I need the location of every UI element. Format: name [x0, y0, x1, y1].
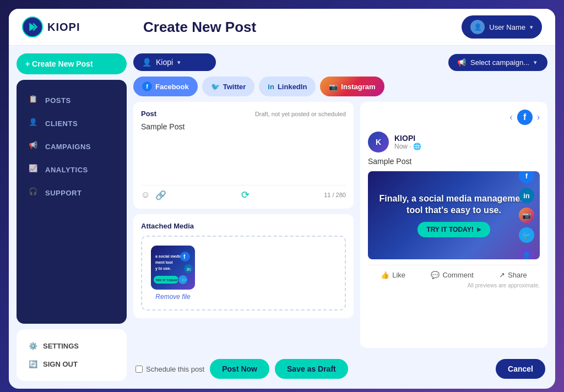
nav-menu: 📋 POSTS 👤 CLIENTS 📢 CAMPAIGNS 📈 ANALYTIC… — [17, 80, 127, 324]
float-instagram-icon: 📷 — [519, 208, 534, 223]
sidebar-item-posts[interactable]: 📋 POSTS — [23, 89, 120, 112]
sidebar-item-signout[interactable]: 🔄 SIGN OUT — [23, 355, 120, 373]
logo-area: KIOPI — [22, 17, 121, 37]
instagram-icon: 📷 — [329, 83, 338, 91]
comment-action[interactable]: 💬 Comment — [431, 271, 473, 279]
preview-time: Now · 🌐 — [394, 143, 421, 150]
twitter-icon: 🐦 — [211, 83, 220, 91]
link-icon[interactable]: 🔗 — [155, 190, 166, 200]
campaign-placeholder: Select campaign... — [470, 58, 529, 67]
tab-instagram[interactable]: 📷 Instagram — [320, 77, 384, 96]
client-dropdown[interactable]: 👤 Kiopi ▾ — [133, 53, 216, 71]
floating-icons: f in 📷 🐦 👤 — [519, 171, 534, 259]
preview-name: KIOPI — [394, 134, 421, 143]
client-icon: 👤 — [142, 58, 151, 67]
remove-file-link[interactable]: Remove file — [155, 293, 190, 301]
avatar: 👤 — [470, 20, 485, 34]
two-col: Post Draft, not yet posted or scheduled … — [133, 102, 547, 348]
app-container: KIOPI Create New Post 👤 User Name ▾ + Cr… — [9, 9, 555, 389]
try-sub: ▶ — [477, 226, 481, 232]
page-title: Create New Post — [121, 19, 462, 36]
try-today-button[interactable]: TRY IT TODAY! ▶ — [417, 222, 490, 237]
svg-text:in: in — [187, 266, 191, 272]
post-panel: Post Draft, not yet posted or scheduled … — [133, 102, 354, 348]
media-thumbnail: a social media ment tool y to use. f in — [151, 246, 195, 290]
share-action[interactable]: ↗ Share — [499, 271, 527, 279]
settings-icon: ⚙️ — [29, 342, 37, 350]
float-linkedin-icon: in — [519, 188, 534, 203]
post-section-header: Post Draft, not yet posted or scheduled — [141, 110, 346, 118]
sidebar: + Create New Post 📋 POSTS 👤 CLIENTS 📢 CA… — [17, 53, 127, 381]
logo-icon — [22, 17, 43, 37]
analytics-icon: 📈 — [29, 164, 40, 175]
preview-avatar: K — [368, 132, 389, 153]
tab-facebook[interactable]: f Facebook — [133, 77, 198, 96]
chevron-down-icon: ▾ — [530, 24, 533, 31]
ai-icon[interactable]: ⟳ — [241, 189, 250, 201]
campaign-dropdown[interactable]: 📢 Select campaign... ▾ — [448, 54, 547, 71]
main-content: 👤 Kiopi ▾ 📢 Select campaign... ▾ f Faceb… — [133, 53, 547, 381]
tab-linkedin[interactable]: in LinkedIn — [259, 77, 316, 96]
chevron-down-icon: ▾ — [534, 59, 537, 66]
sidebar-item-campaigns[interactable]: 📢 CAMPAIGNS — [23, 135, 120, 158]
float-msg-icon: 👤 — [519, 247, 534, 259]
sidebar-item-label-campaigns: CAMPAIGNS — [45, 143, 91, 151]
media-title: Attached Media — [141, 222, 346, 230]
campaigns-icon: 📢 — [29, 141, 40, 152]
sidebar-item-clients[interactable]: 👤 CLIENTS — [23, 112, 120, 135]
like-icon: 👍 — [381, 271, 389, 279]
preview-meta: KIOPI Now · 🌐 — [394, 134, 421, 150]
body-layout: + Create New Post 📋 POSTS 👤 CLIENTS 📢 CA… — [9, 46, 555, 389]
post-label: Post — [141, 110, 156, 118]
sidebar-item-analytics[interactable]: 📈 ANALYTICS — [23, 158, 120, 181]
settings-label: SETTINGS — [43, 342, 79, 350]
signout-label: SIGN OUT — [43, 360, 78, 368]
toolbar-icons: ☺ 🔗 — [141, 190, 166, 200]
like-action[interactable]: 👍 Like — [381, 271, 405, 279]
media-drop-zone[interactable]: a social media ment tool y to use. f in — [141, 236, 346, 311]
preview-panel: ‹ f › K KIOPI Now · 🌐 Sample Post — [360, 102, 547, 348]
user-name: User Name — [489, 23, 525, 31]
thumb-inner: a social media ment tool y to use. f in — [151, 246, 195, 290]
comment-icon: 💬 — [431, 271, 440, 279]
approx-note: All previews are approximate. — [368, 282, 540, 288]
post-section: Post Draft, not yet posted or scheduled … — [133, 102, 354, 209]
prev-btn[interactable]: ‹ — [509, 112, 512, 122]
settings-panel: ⚙️ SETTINGS 🔄 SIGN OUT — [17, 329, 127, 381]
user-badge[interactable]: 👤 User Name ▾ — [462, 15, 542, 39]
cancel-button[interactable]: Cancel — [496, 359, 545, 379]
preview-image-text: Finally, a social media management tool … — [377, 193, 531, 216]
share-icon: ↗ — [499, 271, 505, 279]
media-section: Attached Media — [133, 214, 354, 318]
schedule-label: Schedule this post — [146, 365, 204, 373]
next-btn[interactable]: › — [537, 112, 540, 122]
post-textarea[interactable]: Sample Post — [141, 122, 346, 183]
preview-nav: ‹ f › — [368, 110, 540, 125]
schedule-checkbox[interactable] — [135, 366, 143, 373]
linkedin-icon: in — [268, 83, 274, 91]
svg-text:🐦: 🐦 — [181, 277, 188, 284]
tab-twitter[interactable]: 🐦 Twitter — [202, 77, 255, 96]
signout-icon: 🔄 — [29, 360, 37, 368]
chevron-down-icon: ▾ — [177, 59, 181, 66]
support-icon: 🎧 — [29, 187, 40, 198]
schedule-checkbox-label[interactable]: Schedule this post — [135, 365, 204, 373]
post-now-button[interactable]: Post Now — [210, 359, 269, 379]
bottom-bar: Schedule this post Post Now Save as Draf… — [133, 353, 547, 381]
facebook-icon: f — [142, 81, 152, 91]
preview-image: Finally, a social media management tool … — [368, 171, 540, 259]
svg-text:ment tool: ment tool — [155, 260, 173, 264]
svg-text:y to use.: y to use. — [155, 266, 171, 271]
thumb-svg: a social media ment tool y to use. f in — [151, 246, 195, 290]
emoji-icon[interactable]: ☺ — [141, 190, 150, 200]
client-name: Kiopi — [156, 58, 173, 67]
draft-status: Draft, not yet posted or scheduled — [255, 111, 346, 117]
social-tabs: f Facebook 🐦 Twitter in LinkedIn 📷 Insta… — [133, 77, 547, 96]
sidebar-item-support[interactable]: 🎧 SUPPORT — [23, 181, 120, 204]
create-new-post-button[interactable]: + Create New Post — [17, 53, 127, 74]
save-draft-button[interactable]: Save as Draft — [275, 359, 348, 379]
sidebar-item-label-posts: POSTS — [45, 96, 71, 105]
preview-post-header: K KIOPI Now · 🌐 — [368, 132, 540, 153]
preview-actions: 👍 Like 💬 Comment ↗ Share — [368, 265, 540, 279]
sidebar-item-settings[interactable]: ⚙️ SETTINGS — [23, 337, 120, 355]
